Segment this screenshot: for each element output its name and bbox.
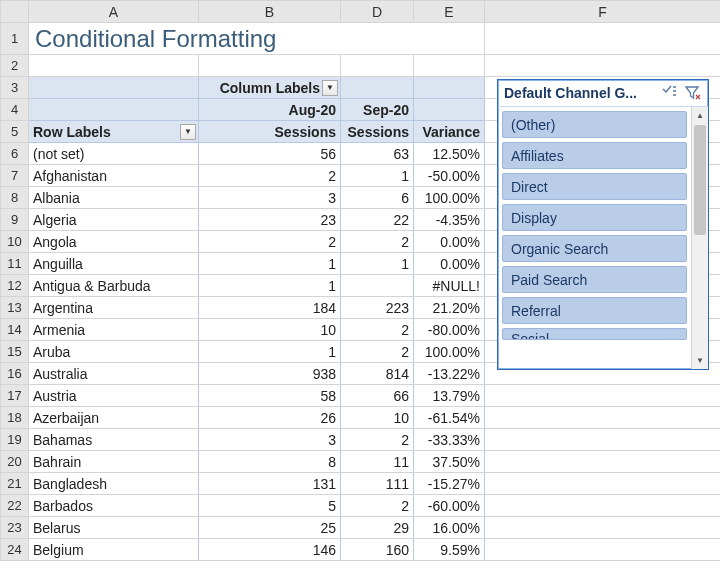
row-header[interactable]: 22 [1, 495, 29, 517]
value-variance[interactable]: -60.00% [414, 495, 485, 517]
row-header[interactable]: 1 [1, 23, 29, 55]
value-sep[interactable]: 2 [341, 495, 414, 517]
value-sep[interactable]: 111 [341, 473, 414, 495]
value-variance[interactable]: -61.54% [414, 407, 485, 429]
value-aug[interactable]: 10 [199, 319, 341, 341]
cell[interactable] [29, 55, 199, 77]
select-all-corner[interactable] [1, 1, 29, 23]
value-variance[interactable]: 21.20% [414, 297, 485, 319]
slicer-item[interactable]: Direct [502, 173, 687, 200]
cell[interactable] [485, 429, 721, 451]
value-sep[interactable]: 22 [341, 209, 414, 231]
row-label[interactable]: Angola [29, 231, 199, 253]
row-header[interactable]: 23 [1, 517, 29, 539]
row-label[interactable]: Bahrain [29, 451, 199, 473]
dropdown-icon[interactable]: ▼ [322, 80, 338, 96]
value-aug[interactable]: 3 [199, 187, 341, 209]
value-aug[interactable]: 23 [199, 209, 341, 231]
row-label[interactable]: Austria [29, 385, 199, 407]
value-variance[interactable]: -50.00% [414, 165, 485, 187]
value-aug[interactable]: 26 [199, 407, 341, 429]
value-variance[interactable]: 16.00% [414, 517, 485, 539]
col-header-F[interactable]: F [485, 1, 721, 23]
value-sep[interactable]: 63 [341, 143, 414, 165]
value-sep[interactable]: 11 [341, 451, 414, 473]
slicer-item[interactable]: Affiliates [502, 142, 687, 169]
row-label[interactable]: Belarus [29, 517, 199, 539]
cell[interactable] [414, 55, 485, 77]
row-header[interactable]: 2 [1, 55, 29, 77]
row-label[interactable]: Armenia [29, 319, 199, 341]
row-header[interactable]: 5 [1, 121, 29, 143]
value-sep[interactable]: 29 [341, 517, 414, 539]
dropdown-icon[interactable]: ▼ [180, 124, 196, 140]
row-header[interactable]: 14 [1, 319, 29, 341]
slicer-item[interactable]: Display [502, 204, 687, 231]
slicer-item[interactable]: Referral [502, 297, 687, 324]
slicer-item[interactable]: Social [502, 328, 687, 340]
value-sep[interactable]: 1 [341, 165, 414, 187]
cell[interactable] [485, 23, 721, 55]
row-header[interactable]: 3 [1, 77, 29, 99]
row-label[interactable]: Belgium [29, 539, 199, 561]
row-label[interactable]: Bangladesh [29, 473, 199, 495]
row-header[interactable]: 15 [1, 341, 29, 363]
row-header[interactable]: 16 [1, 363, 29, 385]
col-header-A[interactable]: A [29, 1, 199, 23]
cell[interactable] [485, 385, 721, 407]
col-header-D[interactable]: D [341, 1, 414, 23]
row-header[interactable]: 11 [1, 253, 29, 275]
value-sep[interactable]: 814 [341, 363, 414, 385]
value-variance[interactable]: -4.35% [414, 209, 485, 231]
value-aug[interactable]: 8 [199, 451, 341, 473]
value-sep[interactable] [341, 275, 414, 297]
cell[interactable] [485, 473, 721, 495]
value-variance[interactable]: 9.59% [414, 539, 485, 561]
cell[interactable] [29, 99, 199, 121]
value-sep[interactable]: 2 [341, 231, 414, 253]
row-header[interactable]: 19 [1, 429, 29, 451]
row-header[interactable]: 6 [1, 143, 29, 165]
row-header[interactable]: 9 [1, 209, 29, 231]
value-variance[interactable]: #NULL! [414, 275, 485, 297]
scroll-thumb[interactable] [694, 125, 706, 235]
value-variance[interactable]: 100.00% [414, 187, 485, 209]
value-aug[interactable]: 131 [199, 473, 341, 495]
measure-sessions-aug[interactable]: Sessions [199, 121, 341, 143]
row-header[interactable]: 24 [1, 539, 29, 561]
value-sep[interactable]: 160 [341, 539, 414, 561]
row-header[interactable]: 17 [1, 385, 29, 407]
clear-filter-icon[interactable] [684, 84, 702, 102]
value-sep[interactable]: 66 [341, 385, 414, 407]
row-label[interactable]: Antigua & Barbuda [29, 275, 199, 297]
value-variance[interactable]: -15.27% [414, 473, 485, 495]
value-aug[interactable]: 146 [199, 539, 341, 561]
row-header[interactable]: 10 [1, 231, 29, 253]
value-aug[interactable]: 1 [199, 275, 341, 297]
slicer-item[interactable]: Organic Search [502, 235, 687, 262]
value-variance[interactable]: 0.00% [414, 231, 485, 253]
slicer-panel[interactable]: Default Channel G... (Other) Affiliates … [497, 79, 709, 370]
value-variance[interactable]: -13.22% [414, 363, 485, 385]
cell[interactable] [485, 451, 721, 473]
cell[interactable] [485, 539, 721, 561]
period-header-sep[interactable]: Sep-20 [341, 99, 414, 121]
cell[interactable] [199, 55, 341, 77]
cell[interactable] [485, 407, 721, 429]
value-aug[interactable]: 3 [199, 429, 341, 451]
value-variance[interactable]: 100.00% [414, 341, 485, 363]
slicer-item[interactable]: (Other) [502, 111, 687, 138]
measure-sessions-sep[interactable]: Sessions [341, 121, 414, 143]
row-label[interactable]: Argentina [29, 297, 199, 319]
row-label[interactable]: Albania [29, 187, 199, 209]
cell[interactable] [485, 495, 721, 517]
row-header[interactable]: 13 [1, 297, 29, 319]
cell[interactable] [341, 77, 414, 99]
pivot-corner[interactable] [29, 77, 199, 99]
row-label[interactable]: Barbados [29, 495, 199, 517]
measure-variance[interactable]: Variance [414, 121, 485, 143]
row-label[interactable]: Bahamas [29, 429, 199, 451]
value-variance[interactable]: 13.79% [414, 385, 485, 407]
row-label[interactable]: Anguilla [29, 253, 199, 275]
row-header[interactable]: 20 [1, 451, 29, 473]
